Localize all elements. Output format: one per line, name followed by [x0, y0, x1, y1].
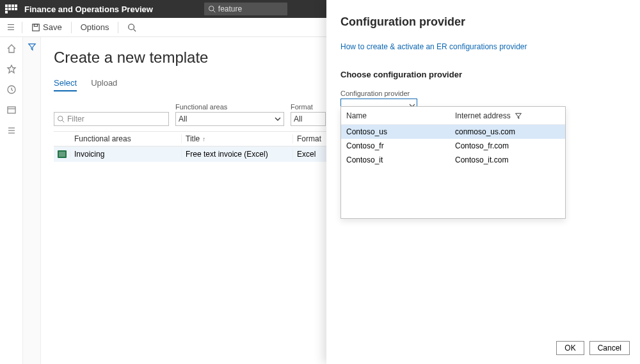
separator — [22, 22, 22, 33]
sort-asc-icon: ↑ — [202, 136, 205, 143]
help-link[interactable]: How to create & activate an ER configura… — [340, 42, 527, 51]
tab-select[interactable]: Select — [54, 78, 77, 91]
save-button[interactable]: Save — [28, 20, 66, 35]
col-functional-areas[interactable]: Functional areas — [70, 134, 182, 143]
list-item[interactable]: Contoso_it Contoso_it.com — [341, 153, 565, 167]
modules-icon[interactable] — [6, 125, 17, 136]
app-launcher-icon[interactable] — [5, 4, 18, 13]
app-title: Finance and Operations Preview — [24, 4, 153, 14]
format-value: All — [294, 115, 302, 123]
choose-provider-label: Choose configuration provider — [340, 70, 626, 79]
filter-pane-toggle[interactable] — [23, 37, 41, 364]
col-internet-address[interactable]: Internet address — [452, 111, 565, 120]
list-item[interactable]: Contoso_us conmoso_us.com — [341, 125, 565, 139]
svg-point-4 — [129, 24, 134, 29]
svg-rect-2 — [33, 24, 40, 31]
options-label: Options — [81, 22, 109, 32]
search-icon — [208, 5, 216, 13]
col-format[interactable]: Format — [293, 134, 328, 143]
save-label: Save — [43, 22, 62, 32]
search-icon — [127, 23, 136, 32]
row-title: Free text invoice (Excel) — [182, 150, 293, 159]
provider-dropdown: Name Internet address Contoso_us conmoso… — [340, 106, 566, 219]
functional-areas-value: All — [179, 115, 187, 123]
save-icon — [31, 23, 40, 32]
recent-icon[interactable] — [6, 84, 17, 95]
cancel-button[interactable]: Cancel — [589, 341, 630, 355]
functional-areas-label: Functional areas — [175, 103, 284, 111]
svg-rect-7 — [8, 107, 15, 113]
funnel-icon — [28, 42, 36, 51]
funnel-icon — [515, 112, 522, 120]
col-name[interactable]: Name — [341, 111, 452, 120]
svg-line-5 — [134, 29, 136, 31]
row-areas: Invoicing — [70, 150, 182, 159]
combo-label: Configuration provider — [340, 90, 626, 97]
svg-line-13 — [62, 120, 64, 122]
favorites-icon[interactable] — [6, 64, 17, 74]
tab-upload[interactable]: Upload — [91, 78, 117, 91]
format-label: Format — [291, 103, 326, 111]
workspaces-icon[interactable] — [6, 105, 17, 115]
svg-point-0 — [209, 6, 214, 12]
left-nav-rail — [0, 37, 23, 364]
dropdown-header: Name Internet address — [341, 107, 565, 125]
global-search-input[interactable]: feature — [204, 3, 287, 15]
separator — [71, 22, 72, 33]
format-select[interactable]: All — [291, 112, 326, 126]
page-search-button[interactable] — [124, 20, 140, 35]
list-item[interactable]: Contoso_fr Contoso_fr.com — [341, 139, 565, 153]
functional-areas-select[interactable]: All — [175, 112, 284, 126]
panel-heading: Configuration provider — [340, 15, 626, 29]
home-icon[interactable] — [6, 44, 17, 54]
excel-icon — [58, 150, 67, 158]
svg-rect-3 — [34, 24, 37, 26]
filter-placeholder: Filter — [65, 115, 166, 123]
svg-point-12 — [58, 116, 63, 122]
options-button[interactable]: Options — [77, 20, 113, 35]
ok-button[interactable]: OK — [556, 341, 584, 355]
chevron-down-icon — [275, 116, 281, 122]
search-icon — [57, 115, 65, 123]
configuration-provider-panel: Configuration provider How to create & a… — [326, 0, 640, 364]
svg-line-1 — [213, 10, 215, 12]
global-search-text: feature — [218, 4, 242, 13]
row-format: Excel — [293, 150, 328, 159]
col-title[interactable]: Title ↑ — [182, 134, 293, 143]
nav-toggle-icon[interactable] — [5, 22, 17, 33]
filter-input[interactable]: Filter — [54, 112, 169, 126]
panel-footer: OK Cancel — [556, 341, 630, 355]
separator — [118, 22, 118, 33]
